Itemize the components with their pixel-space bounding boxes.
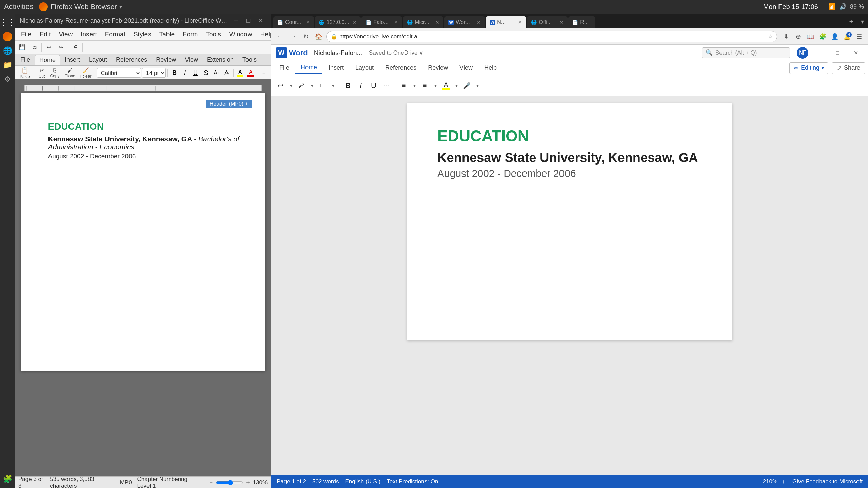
menu-window[interactable]: Window: [226, 29, 256, 39]
lo-tab-review[interactable]: Review: [152, 55, 180, 65]
highlight-color-button[interactable]: A: [235, 68, 245, 77]
ff-tab-active[interactable]: W N... ✕: [486, 16, 526, 28]
word-bullets-dropdown[interactable]: ▾: [411, 80, 418, 92]
lo-minimize-button[interactable]: ─: [231, 17, 241, 25]
zoom-slider[interactable]: [216, 480, 243, 485]
font-size-select[interactable]: 14 pt: [142, 68, 166, 78]
word-align-dropdown[interactable]: ▾: [432, 80, 439, 92]
menu-styles[interactable]: Styles: [130, 29, 155, 39]
back-button[interactable]: ←: [275, 31, 285, 42]
word-italic-button[interactable]: I: [355, 80, 367, 92]
zoom-icon[interactable]: ⊕: [793, 31, 804, 42]
word-bold-button[interactable]: B: [342, 80, 354, 92]
word-tab-insert[interactable]: Insert: [323, 62, 349, 74]
zoom-out-icon[interactable]: －: [208, 479, 214, 486]
word-undo-button[interactable]: ↩: [275, 80, 286, 92]
word-dictate-dropdown[interactable]: ▾: [474, 80, 481, 92]
menu-file[interactable]: File: [18, 29, 35, 39]
lo-tab-references[interactable]: References: [112, 55, 151, 65]
menu-tools[interactable]: Tools: [202, 29, 224, 39]
menu-form[interactable]: Form: [179, 29, 201, 39]
word-editing-button[interactable]: ✏ Editing ▾: [789, 62, 828, 74]
word-highlight-button[interactable]: A: [440, 80, 452, 92]
ff-menu-button[interactable]: ☰: [854, 31, 865, 42]
word-copy-format[interactable]: 🖌: [296, 80, 307, 92]
word-share-button[interactable]: ↗ Share: [832, 62, 865, 74]
ff-extensions-icon[interactable]: 🧩: [817, 31, 828, 42]
ff-tab-r[interactable]: 📄 R...: [568, 16, 595, 28]
underline-button[interactable]: U: [191, 68, 200, 77]
italic-button[interactable]: I: [180, 68, 190, 77]
cut-button[interactable]: ✂Cut: [37, 66, 47, 80]
word-zoom-in-button[interactable]: ＋: [780, 477, 786, 486]
menu-table[interactable]: Table: [156, 29, 178, 39]
tab-close-micr[interactable]: ✕: [435, 20, 439, 25]
lo-tb-redo[interactable]: ↪: [55, 42, 66, 53]
lo-tb-undo[interactable]: ↩: [43, 42, 54, 53]
word-more-button[interactable]: ···: [381, 80, 392, 92]
lo-tab-tools[interactable]: Tools: [238, 55, 261, 65]
word-feedback[interactable]: Give Feedback to Microsoft: [792, 478, 863, 485]
word-tab-review[interactable]: Review: [422, 62, 453, 74]
lo-tb-print[interactable]: 🖨: [70, 42, 81, 53]
word-tab-file[interactable]: File: [274, 62, 295, 74]
home-button[interactable]: 🏠: [313, 31, 324, 42]
header-tag-plus-icon[interactable]: +: [245, 101, 248, 107]
superscript-button[interactable]: A+: [212, 68, 221, 77]
word-tab-home[interactable]: Home: [295, 62, 322, 74]
chrome-icon[interactable]: 🌐: [1, 45, 14, 57]
ff-tab-cour[interactable]: 📄 Cour... ✕: [273, 16, 314, 28]
word-win-maximize[interactable]: □: [830, 47, 845, 59]
menu-edit[interactable]: Edit: [36, 29, 54, 39]
word-tab-references[interactable]: References: [380, 62, 422, 74]
word-win-close[interactable]: ✕: [848, 47, 863, 59]
lo-tab-extension[interactable]: Extension: [203, 55, 238, 65]
lo-tab-insert[interactable]: Insert: [61, 55, 84, 65]
word-tab-view[interactable]: View: [454, 62, 478, 74]
extension-icon[interactable]: 🧩: [1, 473, 14, 485]
word-bullets-button[interactable]: ≡: [398, 80, 410, 92]
reading-icon[interactable]: 📖: [805, 31, 816, 42]
tab-close-falo[interactable]: ✕: [394, 20, 398, 25]
ff-tab-localhost[interactable]: 🌐 127.0.0.... ✕: [315, 16, 361, 28]
ff-account-icon[interactable]: 👤: [829, 31, 840, 42]
activities-label[interactable]: Activities: [4, 2, 34, 11]
tab-close-offi[interactable]: ✕: [559, 20, 564, 25]
tab-close-localhost[interactable]: ✕: [353, 20, 357, 25]
word-tab-help[interactable]: Help: [479, 62, 502, 74]
word-undo-dropdown[interactable]: ▾: [288, 80, 294, 92]
download-icon[interactable]: ⬇: [781, 31, 791, 42]
word-align-button[interactable]: ≡: [419, 80, 431, 92]
strikethrough-button[interactable]: S: [201, 68, 211, 77]
word-shape-button[interactable]: □: [317, 80, 328, 92]
tab-list-button[interactable]: ▾: [859, 17, 866, 26]
word-search-box[interactable]: 🔍 Search (Alt + Q): [702, 47, 790, 58]
bold-button[interactable]: B: [170, 68, 179, 77]
paste-button[interactable]: 📋Paste: [17, 66, 33, 80]
word-underline-button[interactable]: U: [368, 80, 379, 92]
zoom-in-icon[interactable]: ＋: [245, 479, 251, 486]
lo-tb-saveas[interactable]: 🗂: [29, 42, 40, 53]
word-win-minimize[interactable]: ─: [812, 47, 827, 59]
new-tab-button[interactable]: +: [846, 16, 857, 27]
font-name-select[interactable]: Calibri: [97, 68, 141, 78]
tab-close-cour[interactable]: ✕: [306, 20, 310, 25]
bookmark-icon[interactable]: ☆: [768, 33, 773, 40]
files-icon[interactable]: 📁: [1, 59, 14, 71]
ff-tab-falo[interactable]: 📄 Falo... ✕: [361, 16, 402, 28]
lo-tb-save[interactable]: 💾: [17, 42, 28, 53]
word-highlight-dropdown[interactable]: ▾: [453, 80, 460, 92]
clear-button[interactable]: 🧹I clear: [78, 66, 94, 80]
lo-close-button[interactable]: ✕: [256, 16, 266, 25]
lo-tab-view[interactable]: View: [181, 55, 202, 65]
reload-button[interactable]: ↻: [300, 31, 311, 42]
apps-icon[interactable]: ⋮⋮: [1, 16, 14, 28]
tab-close-active[interactable]: ✕: [518, 20, 522, 25]
notification-badge[interactable]: 🔔 4: [842, 31, 852, 42]
url-bar[interactable]: 🔒 https://onedrive.live.com/edit.a... ☆: [326, 31, 777, 42]
dropdown-icon[interactable]: ▾: [119, 4, 122, 10]
gear-icon[interactable]: ⚙: [1, 73, 14, 85]
ff-tab-micr[interactable]: 🌐 Micr... ✕: [403, 16, 443, 28]
word-dictate-button[interactable]: 🎤: [461, 80, 473, 92]
menu-format[interactable]: Format: [102, 29, 129, 39]
